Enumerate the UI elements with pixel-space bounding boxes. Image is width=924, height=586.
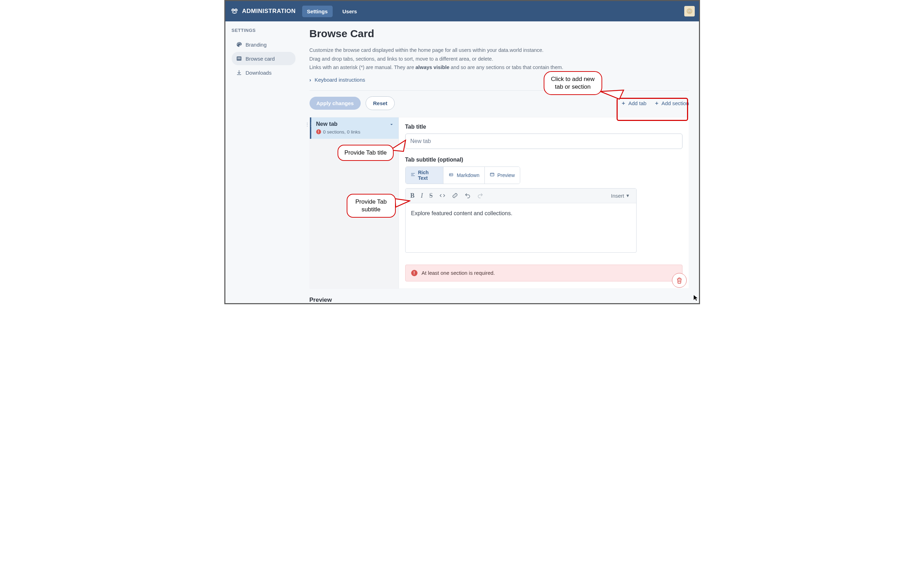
apply-changes-button[interactable]: Apply changes (310, 97, 361, 110)
tab-editor: Tab title Tab subtitle (optional) Rich T… (399, 117, 689, 289)
logo-icon (229, 6, 239, 16)
editor-body[interactable]: Explore featured content and collections… (406, 203, 636, 253)
rich-text-editor: B I S Insert ▾ Explore fe (405, 188, 637, 253)
admin-title: ADMINISTRATION (242, 8, 296, 15)
top-nav: ADMINISTRATION Settings Users (225, 1, 699, 21)
sidebar-item-label: Branding (246, 42, 267, 48)
add-tab-label: Add tab (628, 100, 647, 106)
sidebar-item-label: Downloads (246, 70, 272, 76)
keyboard-instructions-label: Keyboard instructions (315, 77, 365, 83)
svg-point-8 (690, 10, 691, 11)
sidebar-item-branding[interactable]: Branding (232, 38, 295, 51)
sidebar-item-browse-card[interactable]: Browse card (232, 52, 295, 65)
page-title: Browse Card (310, 28, 689, 40)
plus-icon: ＋ (654, 100, 659, 107)
redo-button[interactable] (477, 192, 483, 199)
richtext-icon (411, 172, 416, 178)
sidebar-title: SETTINGS (232, 28, 295, 33)
mode-tab-preview[interactable]: Preview (485, 167, 520, 184)
chevron-down-icon[interactable] (389, 122, 394, 129)
error-icon: ! (411, 270, 417, 276)
svg-point-3 (235, 10, 236, 10)
main-content: Browse Card Customize the browse card di… (299, 21, 699, 303)
svg-point-2 (232, 10, 233, 10)
add-tab-link[interactable]: ＋ Add tab (621, 100, 647, 107)
action-row: Apply changes Reset ＋ Add tab ＋ Add sect… (310, 96, 689, 110)
annotation-callout-top: Click to add new tab or section (544, 71, 602, 95)
editor-mode-tabs: Rich Text Markdown Preview (405, 167, 520, 184)
markdown-icon (448, 172, 454, 178)
page-descr-2: Drag and drop tabs, sections, and links … (310, 54, 689, 63)
svg-rect-13 (490, 173, 494, 176)
drag-handle-icon[interactable]: ⋮⋮ (305, 122, 313, 127)
caret-down-icon: ▾ (626, 192, 629, 199)
nav-tab-users[interactable]: Users (338, 6, 362, 17)
page-descr-3: Links with an asterisk (*) are manual. T… (310, 63, 689, 72)
mode-tab-rich-text[interactable]: Rich Text (406, 167, 444, 184)
reset-button[interactable]: Reset (366, 96, 395, 110)
keyboard-instructions-toggle[interactable]: › Keyboard instructions (310, 77, 689, 83)
strikethrough-button[interactable]: S (429, 192, 433, 200)
tab-item-name: New tab (316, 121, 394, 127)
undo-button[interactable] (464, 192, 471, 199)
palette-icon (236, 41, 242, 48)
sidebar-item-label: Browse card (246, 56, 275, 62)
sidebar: SETTINGS Branding Browse card Downloads (225, 21, 299, 303)
svg-point-4 (686, 8, 692, 14)
preview-icon (490, 172, 495, 178)
card-icon (236, 55, 242, 62)
bold-button[interactable]: B (411, 192, 415, 200)
add-section-label: Add section (662, 100, 689, 106)
mode-tab-markdown[interactable]: Markdown (444, 167, 485, 184)
page-descr-1: Customize the browse card displayed with… (310, 46, 689, 54)
plus-icon: ＋ (621, 100, 626, 107)
delete-tab-button[interactable] (672, 273, 687, 288)
svg-point-7 (688, 10, 689, 11)
tab-title-input[interactable] (405, 134, 683, 149)
svg-rect-11 (237, 59, 241, 59)
insert-dropdown[interactable]: Insert ▾ (611, 192, 629, 199)
annotation-callout-subtitle: Provide Tab subtitle (346, 194, 396, 218)
annotation-callout-title: Provide Tab title (338, 145, 394, 161)
preview-heading: Preview (310, 297, 689, 303)
editor-toolbar: B I S Insert ▾ (406, 188, 636, 203)
add-section-link[interactable]: ＋ Add section (654, 100, 689, 107)
error-text: At least one section is required. (422, 270, 495, 276)
warning-icon: ! (316, 129, 321, 134)
link-button[interactable] (452, 192, 458, 199)
tab-title-label: Tab title (405, 124, 683, 130)
code-button[interactable] (439, 192, 446, 199)
nav-tab-settings[interactable]: Settings (302, 6, 333, 17)
divider (310, 91, 689, 91)
cursor-icon (693, 295, 698, 302)
svg-rect-10 (237, 58, 241, 58)
error-alert: ! At least one section is required. (405, 265, 683, 281)
avatar[interactable] (684, 6, 695, 17)
tab-item[interactable]: ⋮⋮ New tab ! 0 sections, 0 links (310, 117, 399, 139)
italic-button[interactable]: I (421, 192, 423, 200)
sidebar-item-downloads[interactable]: Downloads (232, 66, 295, 79)
chevron-right-icon: › (310, 77, 311, 83)
tab-subtitle-label: Tab subtitle (optional) (405, 157, 683, 163)
download-icon (236, 69, 242, 76)
tab-item-meta: 0 sections, 0 links (323, 129, 361, 135)
